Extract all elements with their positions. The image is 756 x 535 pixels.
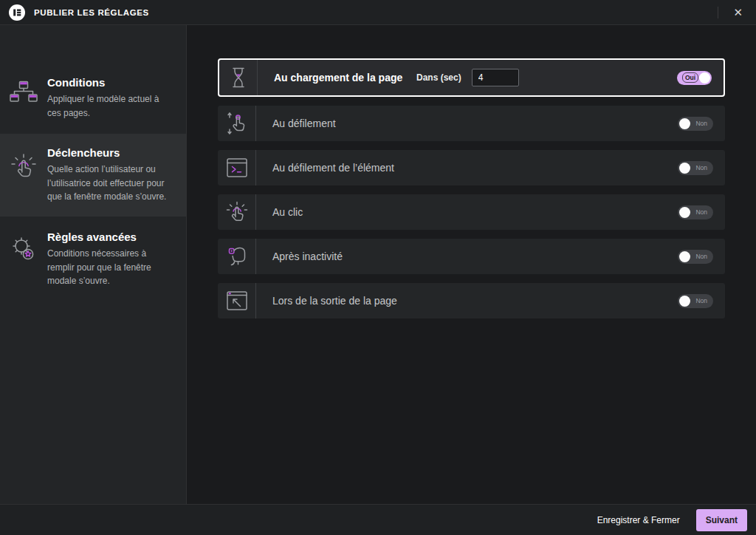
toggle-knob [679, 296, 690, 307]
sidebar-item-triggers[interactable]: Déclencheurs Quelle action l’utilisateur… [0, 134, 186, 217]
toggle-knob [699, 72, 710, 84]
sidebar-item-description: Quelle action l’utilisateur ou l’utilisa… [47, 163, 167, 204]
sidebar-item-text: Déclencheurs Quelle action l’utilisateur… [47, 146, 167, 204]
trigger-row-page-load[interactable]: Au chargement de la page Dans (sec) Oui [218, 58, 725, 97]
toggle-exit-intent[interactable]: Non [678, 294, 713, 308]
close-icon[interactable]: ✕ [729, 4, 747, 21]
delay-field: Dans (sec) [416, 60, 519, 95]
trigger-row-scroll-to-element[interactable]: Au défilement de l’élément Non [218, 150, 725, 185]
triggers-panel: Au chargement de la page Dans (sec) Oui [187, 25, 756, 504]
element-scroll-icon [218, 150, 256, 185]
toggle-label: Non [695, 120, 707, 127]
modal-header: PUBLIER LES RÉGLAGES ✕ [0, 0, 756, 25]
toggle-knob [679, 207, 690, 218]
toggle-label: Non [695, 297, 707, 304]
delay-seconds-input[interactable] [472, 69, 519, 86]
row-spacer [303, 194, 678, 230]
delay-field-label: Dans (sec) [416, 72, 461, 83]
tap-icon [0, 146, 47, 204]
sidebar-item-advanced-rules[interactable]: Règles avancées Conditions nécessaires à… [0, 218, 186, 301]
row-spacer [336, 106, 678, 141]
toggle-scroll-to-element[interactable]: Non [678, 161, 713, 175]
toggle-label: Non [695, 253, 707, 260]
trigger-label: Au clic [272, 206, 303, 218]
sidebar-item-description: Conditions nécessaires à remplir pour qu… [47, 247, 167, 288]
sidebar-item-text: Conditions Appliquer le modèle actuel à … [47, 76, 167, 120]
modal-title: PUBLIER LES RÉGLAGES [34, 8, 149, 17]
next-button[interactable]: Suivant [696, 509, 747, 531]
sidebar-item-conditions[interactable]: Conditions Appliquer le modèle actuel à … [0, 64, 186, 132]
trigger-row-scroll[interactable]: Au défilement Non [218, 106, 725, 141]
hourglass-icon [219, 60, 258, 95]
trigger-row-click[interactable]: Au clic Non [218, 194, 725, 230]
toggle-knob [679, 251, 690, 262]
toggle-click[interactable]: Non [678, 205, 713, 219]
toggle-knob [679, 118, 690, 129]
sidebar-item-title: Déclencheurs [47, 146, 167, 159]
toggle-inactivity[interactable]: Non [678, 250, 713, 264]
row-spacer [519, 60, 677, 95]
sidebar-item-title: Conditions [47, 76, 167, 89]
trigger-label: Après inactivité [272, 251, 343, 262]
modal-body: Conditions Appliquer le modèle actuel à … [0, 25, 756, 504]
trigger-label: Au défilement [272, 117, 336, 129]
modal-footer: Enregistrer & Fermer Suivant [0, 504, 756, 535]
toggle-label: Non [695, 208, 707, 216]
row-spacer [343, 239, 678, 274]
sitemap-icon [0, 76, 47, 120]
header-divider [718, 7, 718, 18]
scroll-icon [218, 106, 256, 141]
sidebar-item-text: Règles avancées Conditions nécessaires à… [47, 231, 167, 288]
elementor-logo-icon [9, 4, 25, 21]
sidebar-item-title: Règles avancées [47, 231, 167, 243]
row-spacer [397, 283, 678, 318]
toggle-page-load[interactable]: Oui [677, 71, 712, 85]
sidebar-item-description: Appliquer le modèle actuel à ces pages. [47, 92, 167, 120]
click-icon [218, 194, 256, 230]
trigger-label: Lors de la sortie de la page [272, 295, 397, 307]
toggle-label: Oui [682, 72, 698, 83]
save-and-close-button[interactable]: Enregistrer & Fermer [597, 515, 680, 525]
toggle-label: Non [695, 164, 707, 171]
exit-intent-icon [218, 283, 256, 318]
trigger-label: Au chargement de la page [274, 72, 416, 84]
trigger-row-exit-intent[interactable]: Lors de la sortie de la page Non [218, 283, 725, 318]
trigger-row-inactivity[interactable]: Après inactivité Non [218, 239, 725, 274]
settings-sidebar: Conditions Appliquer le modèle actuel à … [0, 25, 187, 504]
gear-star-icon [0, 231, 47, 288]
trigger-label: Au défilement de l’élément [272, 162, 394, 174]
row-spacer [394, 150, 678, 185]
toggle-knob [679, 163, 690, 174]
toggle-scroll[interactable]: Non [678, 117, 713, 131]
publish-settings-modal: PUBLIER LES RÉGLAGES ✕ [0, 0, 756, 535]
inactivity-icon [218, 239, 256, 274]
